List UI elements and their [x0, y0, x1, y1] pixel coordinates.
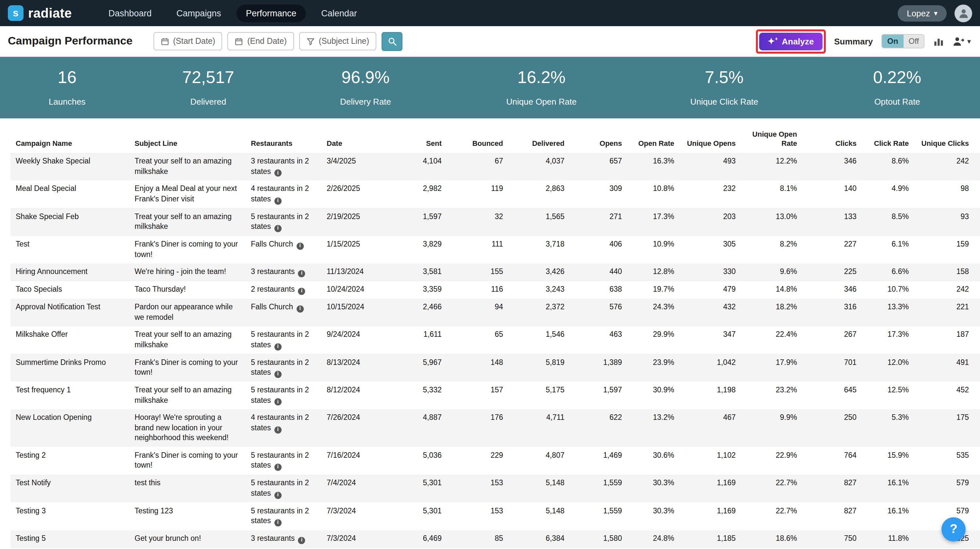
col-header-date[interactable]: Date [321, 126, 388, 153]
info-icon[interactable]: i [274, 492, 282, 499]
col-header-campaign_name[interactable]: Campaign Name [10, 126, 129, 153]
nav-items: Dashboard Campaigns Performance Calendar [99, 4, 366, 22]
col-header-click_rate[interactable]: Click Rate [862, 126, 914, 153]
cell-bounced: 111 [447, 236, 508, 263]
analyze-button[interactable]: ✦+ Analyze [759, 32, 822, 50]
col-header-sent[interactable]: Sent [388, 126, 447, 153]
cell-unique_clicks: 187 [914, 326, 974, 354]
cell-unique_open_rate: 18.6% [741, 530, 802, 548]
subject-line-filter[interactable]: (Subject Line) [299, 32, 376, 50]
summary-toggle-off[interactable]: Off [903, 35, 924, 48]
table-row[interactable]: Test frequency 1Treat your self to an am… [10, 381, 980, 409]
nav-item-campaigns[interactable]: Campaigns [167, 4, 230, 22]
nav-item-calendar[interactable]: Calendar [312, 4, 366, 22]
table-header-row: Campaign NameSubject LineRestaurantsDate… [10, 126, 980, 153]
info-icon[interactable]: i [274, 225, 282, 233]
avatar[interactable] [955, 4, 972, 22]
table-row[interactable]: Milkshake OfferTreat your self to an ama… [10, 326, 980, 354]
info-icon[interactable]: i [298, 288, 305, 295]
table-row[interactable]: Weekend Brunch SpecialsExclusive: Indulg… [10, 548, 980, 549]
table-row[interactable]: Summertime Drinks PromoFrank's Diner is … [10, 354, 980, 381]
nav-item-performance[interactable]: Performance [237, 4, 306, 22]
cell-click_rate: 11.8% [862, 530, 914, 548]
export-button[interactable]: ▾ [953, 36, 971, 47]
table-row[interactable]: Testing 2Frank's Diner is coming to your… [10, 447, 980, 475]
help-button[interactable]: ? [942, 517, 966, 541]
user-menu-button[interactable]: Lopez ▾ [898, 5, 947, 21]
table-row[interactable]: Weekly Shake SpecialTreat your self to a… [10, 153, 980, 180]
cell-unique_clicks: 579 [914, 475, 974, 503]
search-button[interactable] [382, 32, 402, 51]
col-header-subject_line[interactable]: Subject Line [129, 126, 246, 153]
cell-click_rate: 8.6% [862, 153, 914, 180]
chart-view-button[interactable] [933, 36, 944, 47]
cell-unique_open_rate: 18.2% [741, 298, 802, 326]
cell-delivered: 4,807 [508, 447, 570, 475]
table-row[interactable]: Approval Notification TestPardon our app… [10, 298, 980, 326]
info-icon[interactable]: i [274, 343, 282, 350]
cell-unique_click_rate: 4.3% [974, 236, 980, 263]
cell-unique_click_rate: 8.4% [974, 548, 980, 549]
cell-sent: 1,611 [388, 326, 447, 354]
cell-subject_line: We're hiring - join the team! [129, 263, 246, 281]
stat-value: 96.9% [282, 67, 449, 88]
col-header-delivered[interactable]: Delivered [508, 126, 570, 153]
cell-unique_opens: 347 [679, 326, 741, 354]
info-icon[interactable]: i [274, 170, 282, 177]
table-row[interactable]: Taco SpecialsTaco Thursday!2 restaurants… [10, 281, 980, 298]
col-header-unique_click_rate[interactable]: Unique Click Rate [974, 126, 980, 153]
cell-unique_open_rate: 8.2% [741, 236, 802, 263]
col-header-clicks[interactable]: Clicks [802, 126, 862, 153]
info-icon[interactable]: i [298, 270, 305, 277]
col-header-unique_opens[interactable]: Unique Opens [679, 126, 741, 153]
cell-bounced: 153 [447, 503, 508, 530]
user-menu-label: Lopez [907, 8, 930, 18]
stat-value: 72,517 [134, 67, 282, 88]
cell-date: 2/26/2025 [321, 180, 388, 208]
cell-clicks: 133 [802, 208, 862, 236]
col-header-open_rate[interactable]: Open Rate [627, 126, 679, 153]
col-header-restaurants[interactable]: Restaurants [246, 126, 321, 153]
cell-date: 8/12/2024 [321, 381, 388, 409]
end-date-filter[interactable]: (End Date) [228, 32, 294, 50]
table-row[interactable]: Testing 5Get your brunch on!3 restaurant… [10, 530, 980, 548]
col-header-unique_open_rate[interactable]: Unique Open Rate [741, 126, 802, 153]
table-row[interactable]: New Location OpeningHooray! We're sprout… [10, 409, 980, 447]
info-icon[interactable]: i [274, 371, 282, 378]
cell-unique_click_rate: 4.6% [974, 263, 980, 281]
stat-label: Optout Rate [815, 97, 980, 107]
info-icon[interactable]: i [297, 305, 304, 313]
cell-bounced: 229 [447, 447, 508, 475]
cell-unique_click_rate: 3.7% [974, 409, 980, 447]
page-title: Campaign Performance [8, 35, 133, 48]
table-row[interactable]: Shake Special FebTreat your self to an a… [10, 208, 980, 236]
info-icon[interactable]: i [274, 198, 282, 205]
cell-unique_open_rate: 22.7% [741, 475, 802, 503]
cell-unique_click_rate: 11.1% [974, 447, 980, 475]
info-icon[interactable]: i [274, 426, 282, 434]
table-row[interactable]: Hiring AnnouncementWe're hiring - join t… [10, 263, 980, 281]
cell-unique_click_rate: 6.0% [974, 153, 980, 180]
col-header-unique_clicks[interactable]: Unique Clicks [914, 126, 974, 153]
table-row[interactable]: Test Notifytest this5 restaurants in 2 s… [10, 475, 980, 503]
summary-toggle-on[interactable]: On [882, 35, 903, 48]
cell-click_rate: 16.1% [862, 503, 914, 530]
radiate-logo[interactable]: s radiate [8, 5, 72, 21]
cell-subject_line: Pardon our appearance while we remodel [129, 298, 246, 326]
col-header-bounced[interactable]: Bounced [447, 126, 508, 153]
info-icon[interactable]: i [274, 399, 282, 406]
table-row[interactable]: TestFrank's Diner is coming to your town… [10, 236, 980, 263]
toolbar: Campaign Performance (Start Date) (End D… [0, 26, 980, 57]
cell-subject_line: Frank's Diner is coming to your town! [129, 447, 246, 475]
start-date-filter[interactable]: (Start Date) [154, 32, 223, 50]
info-icon[interactable]: i [297, 243, 304, 250]
info-icon[interactable]: i [298, 537, 305, 544]
info-icon[interactable]: i [274, 464, 282, 471]
info-icon[interactable]: i [274, 519, 282, 527]
table-row[interactable]: Meal Deal SpecialEnjoy a Meal Deal at yo… [10, 180, 980, 208]
user-icon [958, 7, 969, 19]
nav-item-dashboard[interactable]: Dashboard [99, 4, 161, 22]
cell-delivered: 4,037 [508, 153, 570, 180]
table-row[interactable]: Testing 3Testing 1235 restaurants in 2 s… [10, 503, 980, 530]
col-header-opens[interactable]: Opens [570, 126, 627, 153]
